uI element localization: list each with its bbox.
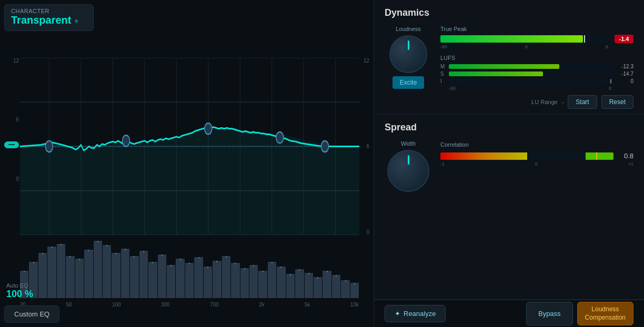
spectrum-bars <box>20 238 359 298</box>
lufs-s-bar <box>449 71 543 76</box>
right-panel: Dynamics Loudness Excite True Peak <box>374 0 644 327</box>
character-label: Character <box>11 8 87 14</box>
handle-pill[interactable] <box>4 141 19 148</box>
eq-node-2 <box>123 135 130 146</box>
x-label-50: 50 <box>66 302 72 308</box>
corr-scale-zero: 0 <box>535 161 538 167</box>
lufs-section: LUFS M -12.3 S <box>440 55 633 91</box>
custom-eq-button[interactable]: Custom EQ <box>4 305 59 323</box>
auto-eq-label: Auto EQ <box>6 282 33 289</box>
eq-node-3 <box>205 123 212 134</box>
reanalyze-label: Reanalyze <box>404 310 436 318</box>
lufs-i-row: I 0 <box>440 78 633 84</box>
right-buttons: Bypass LoudnessCompensation <box>526 302 633 325</box>
lufs-label: LUFS <box>440 55 633 61</box>
y-label-6: 6 <box>16 117 19 122</box>
peak-scale-right: 6 <box>606 44 608 49</box>
bottom-bar: ✦ Reanalyze Bypass LoudnessCompensation <box>374 300 644 327</box>
lufs-i-label: I <box>440 78 446 84</box>
correlation-scale: -1 0 +1 <box>440 161 633 167</box>
peak-scale-zero: 0 <box>525 44 528 49</box>
loudness-knob-indicator <box>408 40 409 50</box>
width-knob-indicator <box>408 155 409 165</box>
lufs-scale-zero: 0 <box>609 86 611 91</box>
lufs-m-value: -12.3 <box>615 64 633 69</box>
dynamics-content: Loudness Excite True Peak -1.4 <box>385 26 633 109</box>
zero-handle[interactable] <box>4 141 19 148</box>
x-label-100: 100 <box>112 302 121 308</box>
excite-button[interactable]: Excite <box>393 76 425 89</box>
lufs-scale-left: -60 <box>449 86 456 91</box>
corr-scale-right: +1 <box>628 161 633 167</box>
width-knob[interactable] <box>387 150 429 192</box>
lufs-i-bar-container <box>449 79 611 84</box>
true-peak-marker <box>584 35 585 43</box>
y-label-0: 0 <box>16 176 19 182</box>
x-label-700: 700 <box>210 302 219 308</box>
correlation-row: 0.8 <box>440 152 633 160</box>
loudness-comp-label: LoudnessCompensation <box>585 305 626 321</box>
spread-section: Spread Width Correlation <box>374 115 644 300</box>
y-label-r6: 6 <box>366 144 369 149</box>
width-area: Width <box>385 140 432 192</box>
corr-right-bar <box>586 152 613 160</box>
reanalyze-icon: ✦ <box>395 310 400 318</box>
true-peak-label: True Peak <box>440 26 633 32</box>
true-peak-section: True Peak -1.4 -60 0 6 <box>440 26 633 49</box>
x-label-10k: 10k <box>350 302 359 308</box>
lu-range-label: LU Range <box>531 99 558 105</box>
correlation-area: Correlation 0.8 -1 0 +1 <box>440 141 633 167</box>
lufs-scale: -60 0 <box>440 86 633 91</box>
spread-title: Spread <box>385 122 633 133</box>
corr-scale-left: -1 <box>440 161 445 167</box>
dynamics-title: Dynamics <box>385 7 633 18</box>
lufs-i-marker <box>610 79 611 84</box>
handle-line <box>8 144 15 145</box>
correlation-value: 0.8 <box>618 152 633 160</box>
lufs-m-bar <box>449 64 559 69</box>
character-value-text: Transparent <box>11 14 71 26</box>
y-label-r0: 0 <box>366 229 369 235</box>
reset-button[interactable]: Reset <box>601 95 633 109</box>
eq-node-1 <box>45 141 53 152</box>
eq-node-5 <box>321 141 328 152</box>
loudness-compensation-button[interactable]: LoudnessCompensation <box>577 302 633 325</box>
x-label-2k: 2k <box>259 302 265 308</box>
dynamics-section: Dynamics Loudness Excite True Peak <box>374 0 644 115</box>
loudness-label: Loudness <box>396 26 421 32</box>
eq-display: 12 6 0 12 6 0 <box>0 53 374 298</box>
lufs-s-label: S <box>440 71 446 77</box>
eq-curve-svg <box>20 58 359 235</box>
character-arrow-icon: ⬦ <box>74 16 78 24</box>
reanalyze-button[interactable]: ✦ Reanalyze <box>385 305 446 322</box>
correlation-label: Correlation <box>440 141 633 148</box>
lufs-m-row: M -12.3 <box>440 64 633 69</box>
true-peak-bar-container <box>440 35 610 43</box>
corr-left-bar <box>440 152 527 160</box>
y-label-r12: 12 <box>364 58 369 64</box>
y-label-12: 12 <box>13 58 19 64</box>
loudness-knob[interactable] <box>389 35 427 73</box>
character-value[interactable]: Transparent ⬦ <box>11 14 87 26</box>
corr-marker <box>596 152 597 160</box>
true-peak-row: -1.4 <box>440 35 633 43</box>
loudness-area: Loudness Excite <box>385 26 432 89</box>
spread-content: Width Correlation 0.8 <box>385 140 633 192</box>
bypass-button[interactable]: Bypass <box>526 302 573 325</box>
meters-area: True Peak -1.4 -60 0 6 <box>440 26 633 109</box>
lufs-m-label: M <box>440 64 446 69</box>
lu-range-row: LU Range - Start Reset <box>440 95 633 109</box>
eq-node-4 <box>276 132 284 143</box>
lufs-s-value: -14.7 <box>615 71 633 77</box>
lu-range-value: - <box>562 99 564 105</box>
correlation-bar-container <box>440 152 613 160</box>
lufs-s-row: S -14.7 <box>440 71 633 77</box>
true-peak-value-box: -1.4 <box>615 35 633 43</box>
width-label: Width <box>401 140 416 147</box>
start-button[interactable]: Start <box>568 95 597 109</box>
peak-scale-left: -60 <box>440 44 447 49</box>
character-box[interactable]: Character Transparent ⬦ <box>4 4 94 31</box>
lufs-s-bar-container <box>449 71 611 76</box>
lufs-m-bar-container <box>449 64 611 69</box>
left-panel: Character Transparent ⬦ 12 6 0 12 6 0 <box>0 0 374 327</box>
